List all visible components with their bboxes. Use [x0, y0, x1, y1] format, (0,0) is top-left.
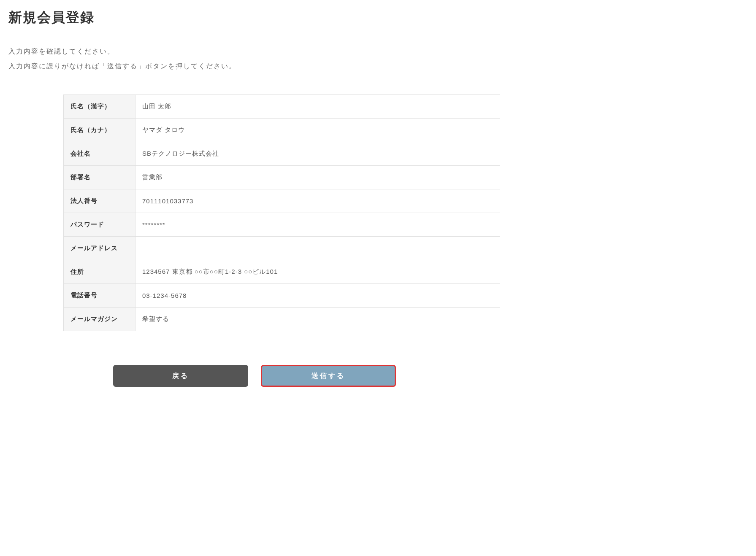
label-password: パスワード	[64, 213, 135, 237]
value-email	[135, 237, 500, 260]
label-address: 住所	[64, 260, 135, 284]
submit-button[interactable]: 送信する	[261, 365, 396, 387]
row-name-kanji: 氏名（漢字） 山田 太郎	[64, 95, 500, 119]
back-button[interactable]: 戻る	[113, 365, 248, 387]
label-mailmagazine: メールマガジン	[64, 308, 135, 331]
label-phone: 電話番号	[64, 284, 135, 308]
value-name-kana: ヤマダ タロウ	[135, 119, 500, 142]
value-company: SBテクノロジー株式会社	[135, 142, 500, 166]
instructions: 入力内容を確認してください。 入力内容に誤りがなければ「送信する」ボタンを押して…	[8, 44, 549, 73]
page-title: 新規会員登録	[8, 8, 549, 27]
value-department: 営業部	[135, 166, 500, 189]
confirmation-table: 氏名（漢字） 山田 太郎 氏名（カナ） ヤマダ タロウ 会社名 SBテクノロジー…	[63, 94, 500, 331]
label-email: メールアドレス	[64, 237, 135, 260]
label-name-kanji: 氏名（漢字）	[64, 95, 135, 119]
label-name-kana: 氏名（カナ）	[64, 119, 135, 142]
value-phone: 03-1234-5678	[135, 284, 500, 308]
label-corporate-number: 法人番号	[64, 189, 135, 213]
row-email: メールアドレス	[64, 237, 500, 260]
row-password: パスワード ********	[64, 213, 500, 237]
row-name-kana: 氏名（カナ） ヤマダ タロウ	[64, 119, 500, 142]
row-address: 住所 1234567 東京都 ○○市○○町1-2-3 ○○ビル101	[64, 260, 500, 284]
value-password: ********	[135, 213, 500, 237]
row-phone: 電話番号 03-1234-5678	[64, 284, 500, 308]
row-department: 部署名 営業部	[64, 166, 500, 189]
value-name-kanji: 山田 太郎	[135, 95, 500, 119]
instruction-line-1: 入力内容を確認してください。	[8, 44, 549, 59]
label-company: 会社名	[64, 142, 135, 166]
button-row: 戻る 送信する	[8, 365, 445, 387]
registration-confirm-page: 新規会員登録 入力内容を確認してください。 入力内容に誤りがなければ「送信する」…	[8, 8, 549, 387]
instruction-line-2: 入力内容に誤りがなければ「送信する」ボタンを押してください。	[8, 59, 549, 73]
value-mailmagazine: 希望する	[135, 308, 500, 331]
row-corporate-number: 法人番号 7011101033773	[64, 189, 500, 213]
row-company: 会社名 SBテクノロジー株式会社	[64, 142, 500, 166]
label-department: 部署名	[64, 166, 135, 189]
row-mailmagazine: メールマガジン 希望する	[64, 308, 500, 331]
value-address: 1234567 東京都 ○○市○○町1-2-3 ○○ビル101	[135, 260, 500, 284]
value-corporate-number: 7011101033773	[135, 189, 500, 213]
